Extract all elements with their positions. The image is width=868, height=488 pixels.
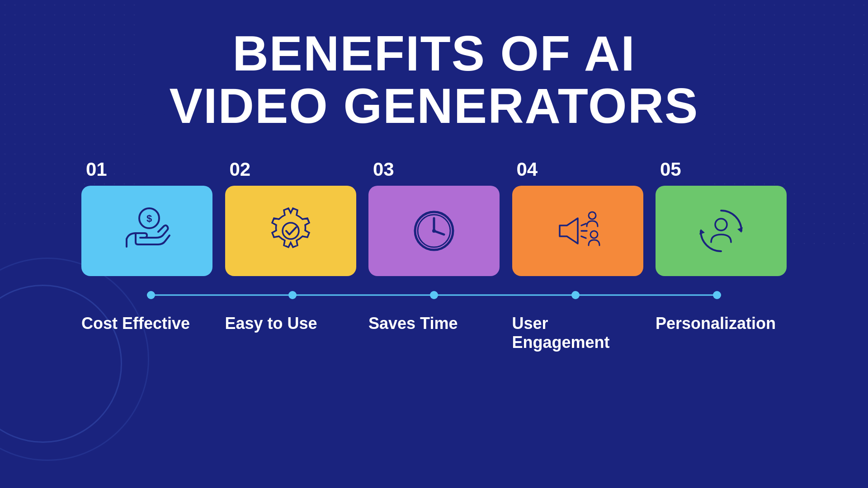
label-easy-to-use: Easy to Use bbox=[225, 314, 317, 333]
card-saves-time bbox=[368, 186, 500, 276]
svg-line-8 bbox=[581, 224, 586, 225]
label-personalization: Personalization bbox=[656, 314, 776, 333]
svg-point-15 bbox=[715, 219, 727, 230]
number-item-4: 04 bbox=[512, 159, 643, 180]
number-item-5: 05 bbox=[656, 159, 787, 180]
icons-row: $ bbox=[72, 186, 796, 276]
number-item-1: 01 bbox=[81, 159, 212, 180]
svg-text:$: $ bbox=[146, 213, 152, 224]
svg-marker-13 bbox=[737, 227, 743, 233]
label-item-3: Saves Time bbox=[368, 314, 500, 352]
label-saves-time: Saves Time bbox=[368, 314, 458, 333]
benefits-section: 01 02 03 04 05 $ bbox=[72, 159, 796, 352]
svg-point-11 bbox=[589, 212, 596, 219]
megaphone-people-icon bbox=[551, 204, 605, 258]
number-item-3: 03 bbox=[368, 159, 500, 180]
labels-row: Cost Effective Easy to Use Saves Time Us… bbox=[72, 314, 796, 352]
svg-point-2 bbox=[283, 223, 299, 239]
gear-check-icon bbox=[264, 204, 318, 258]
money-hand-icon: $ bbox=[120, 204, 174, 258]
number-item-2: 02 bbox=[225, 159, 356, 180]
title-line2: VIDEO GENERATORS bbox=[170, 78, 699, 133]
timeline-dot-5 bbox=[713, 291, 721, 299]
number-label-4: 04 bbox=[517, 159, 538, 180]
timeline-dot-2 bbox=[288, 291, 297, 299]
timeline-dot-1 bbox=[147, 291, 155, 299]
label-user-engagement: User Engagement bbox=[512, 314, 610, 352]
page-wrapper: BENEFITS OF AI VIDEO GENERATORS 01 02 03… bbox=[0, 0, 868, 488]
timeline-dots bbox=[81, 291, 787, 299]
number-label-3: 03 bbox=[373, 159, 394, 180]
label-item-4: User Engagement bbox=[512, 314, 643, 352]
svg-marker-14 bbox=[699, 229, 705, 235]
timeline-dot-3 bbox=[430, 291, 438, 299]
svg-line-10 bbox=[581, 236, 586, 238]
number-label-1: 01 bbox=[86, 159, 107, 180]
svg-point-12 bbox=[590, 231, 598, 238]
label-cost-effective: Cost Effective bbox=[81, 314, 190, 333]
svg-point-7 bbox=[432, 229, 436, 233]
card-personalization bbox=[656, 186, 787, 276]
number-label-5: 05 bbox=[660, 159, 681, 180]
card-user-engagement bbox=[512, 186, 643, 276]
clock-icon bbox=[407, 204, 461, 258]
label-item-1: Cost Effective bbox=[81, 314, 212, 352]
card-easy-to-use bbox=[225, 186, 356, 276]
title-line1: BENEFITS OF AI bbox=[232, 25, 636, 81]
label-item-5: Personalization bbox=[656, 314, 787, 352]
main-title: BENEFITS OF AI VIDEO GENERATORS bbox=[170, 27, 699, 131]
numbers-row: 01 02 03 04 05 bbox=[72, 159, 796, 180]
label-item-2: Easy to Use bbox=[225, 314, 356, 352]
number-label-2: 02 bbox=[230, 159, 251, 180]
person-cycle-icon bbox=[694, 204, 748, 258]
timeline-row bbox=[81, 290, 787, 300]
timeline-dot-4 bbox=[571, 291, 580, 299]
card-cost-effective: $ bbox=[81, 186, 212, 276]
